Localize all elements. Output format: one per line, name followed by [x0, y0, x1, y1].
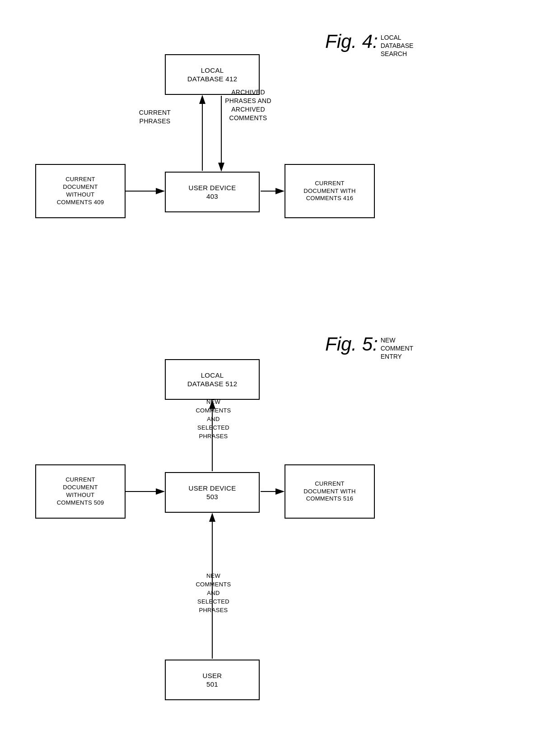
fig5-new-comments-bottom-label: NEW COMMENTS AND SELECTED PHRASES — [178, 571, 248, 614]
fig4-archived-label: ARCHIVED PHRASES AND ARCHIVED COMMENTS — [213, 88, 283, 122]
fig5-user-device-label: USER DEVICE 503 — [189, 484, 236, 501]
fig5-user-box: USER 501 — [165, 660, 260, 700]
fig5-local-db-box: LOCAL DATABASE 512 — [165, 359, 260, 400]
fig4-doc-without-box: CURRENT DOCUMENT WITHOUT COMMENTS 409 — [35, 164, 126, 218]
fig5-doc-with-label: CURRENT DOCUMENT WITH COMMENTS 516 — [303, 480, 356, 503]
fig4-current-phrases-label: CURRENT PHRASES — [135, 108, 175, 126]
fig4-doc-without-label: CURRENT DOCUMENT WITHOUT COMMENTS 409 — [57, 176, 104, 206]
fig5-new-comments-top-label: NEW COMMENTS AND SELECTED PHRASES — [178, 398, 248, 440]
fig4-user-device-box: USER DEVICE 403 — [165, 172, 260, 212]
diagram-container: Fig. 4: LOCAL DATABASE SEARCH LOCAL DATA… — [0, 0, 560, 749]
fig4-num: Fig. 4: — [325, 31, 378, 52]
fig5-user-label: USER 501 — [203, 671, 222, 689]
fig4-title-text: LOCAL DATABASE SEARCH — [381, 33, 414, 58]
fig5-doc-without-box: CURRENT DOCUMENT WITHOUT COMMENTS 509 — [35, 464, 126, 519]
fig5-title: Fig. 5: NEW COMMENT ENTRY — [325, 333, 413, 361]
fig4-title: Fig. 4: LOCAL DATABASE SEARCH — [325, 31, 413, 58]
fig4-doc-with-label: CURRENT DOCUMENT WITH COMMENTS 416 — [303, 180, 356, 203]
fig4-user-device-label: USER DEVICE 403 — [189, 183, 236, 201]
fig5-user-device-box: USER DEVICE 503 — [165, 472, 260, 513]
fig4-local-db-label: LOCAL DATABASE 412 — [187, 66, 238, 84]
fig4-doc-with-box: CURRENT DOCUMENT WITH COMMENTS 416 — [285, 164, 375, 218]
fig5-doc-with-box: CURRENT DOCUMENT WITH COMMENTS 516 — [285, 464, 375, 519]
fig5-num: Fig. 5: — [325, 333, 378, 355]
fig5-local-db-label: LOCAL DATABASE 512 — [187, 371, 238, 389]
fig5-doc-without-label: CURRENT DOCUMENT WITHOUT COMMENTS 509 — [57, 476, 104, 507]
fig5-title-text: NEW COMMENT ENTRY — [381, 336, 413, 361]
